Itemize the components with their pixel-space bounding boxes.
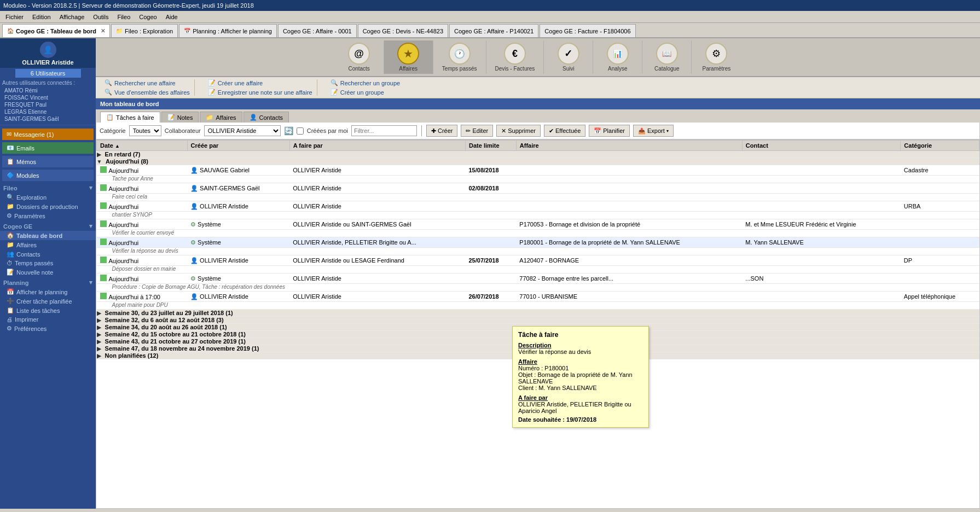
icon-parametres[interactable]: ⚙ Paramètres <box>692 40 741 74</box>
sidebar-item-temps-passes[interactable]: ⏱ Temps passés <box>0 259 96 267</box>
icon-analyse[interactable]: 📊 Analyse <box>593 40 642 74</box>
tab-exploration[interactable]: 📁 Fileo : Exploration <box>111 24 178 37</box>
tab-contacts-inner[interactable]: 👤 Contacts <box>243 112 289 123</box>
icon-contacts[interactable]: @ Contacts <box>335 40 384 74</box>
menu-aide[interactable]: Aide <box>163 13 181 21</box>
s32-expand[interactable]: ▶ <box>97 317 101 323</box>
s42-expand[interactable]: ▶ <box>97 331 101 338</box>
tab-affaire-0001[interactable]: Cogeo GE : Affaire - 0001 <box>278 24 357 37</box>
menu-fichier[interactable]: Fichier <box>2 13 27 21</box>
tab-affaires-inner[interactable]: 📁 Affaires <box>200 112 242 123</box>
collaborateur-select[interactable]: OLLIVIER Aristide <box>204 125 281 136</box>
icon-temps[interactable]: 🕐 Temps passés <box>433 40 486 74</box>
tab-notes[interactable]: 📝 Notes <box>161 112 199 123</box>
tab-affaire-p140021[interactable]: Cogeo GE : Affaire - P140021 <box>449 24 538 37</box>
task-desc-row: Tache pour Anne <box>97 176 979 183</box>
link-creer-groupe[interactable]: 📝 Créer un groupe <box>330 89 400 96</box>
table-row[interactable]: Aujourd'hui 👤 OLLIVIER Aristide OLLIVIER… <box>97 201 979 212</box>
creer-btn[interactable]: ✚ Créer <box>426 125 458 137</box>
categorie-select[interactable]: Toutes <box>129 125 161 136</box>
export-btn[interactable]: 📤 Export ▾ <box>633 125 674 137</box>
link-vue-ensemble[interactable]: 🔍 Vue d'ensemble des affaires <box>105 89 190 96</box>
temps-circle: 🕐 <box>449 43 471 65</box>
col-categorie[interactable]: Catégorie <box>901 141 979 151</box>
status-green-3 <box>100 202 107 209</box>
s47-expand[interactable]: ▶ <box>97 346 101 352</box>
col-contact[interactable]: Contact <box>742 141 901 151</box>
table-row[interactable]: Aujourd'hui 👤 SAINT-GERMES Gaël OLLIVIER… <box>97 183 979 194</box>
emails-btn[interactable]: 📧 Emails <box>2 142 94 154</box>
temps-sym: 🕐 <box>454 49 465 59</box>
col-date[interactable]: Date ▲ <box>97 141 188 151</box>
np-expand[interactable]: ▶ <box>97 353 101 359</box>
link-enregistrer-note[interactable]: 📝 Enregistrer une note sur une affaire <box>208 89 312 96</box>
icon-devis[interactable]: € Devis - Factures <box>486 40 544 74</box>
contacts-circle: @ <box>348 43 370 65</box>
tab-taches[interactable]: 📋 Tâches à faire <box>100 112 160 123</box>
s34-expand[interactable]: ▶ <box>97 324 101 330</box>
table-row[interactable]: Aujourd'hui à 17:00 👤 OLLIVIER Aristide … <box>97 292 979 302</box>
tab-facture-f1804006[interactable]: Cogeo GE : Facture - F1804006 <box>540 24 635 37</box>
sidebar-item-creer-tache[interactable]: ➕ Créer tâche planifiée <box>0 296 96 306</box>
modules-btn[interactable]: 🔷 Modules <box>2 170 94 181</box>
en-retard-expand[interactable]: ▶ <box>97 152 101 158</box>
sidebar-item-tableau-bord[interactable]: 🏠 Tableau de bord <box>0 231 96 240</box>
aujourd-hui-expand[interactable]: ▼ <box>97 159 102 165</box>
s30-expand[interactable]: ▶ <box>97 310 101 316</box>
editer-btn[interactable]: ✏ Editer <box>461 125 493 137</box>
group-aujourd-hui[interactable]: ▼ Aujourd'hui (8) <box>97 158 979 165</box>
tab-tableau-bord[interactable]: 🏠 Cogeo GE : Tableau de bord ✕ <box>2 24 110 37</box>
effectuee-btn[interactable]: ✔ Effectuée <box>544 125 585 137</box>
sidebar-item-imprimer[interactable]: 🖨 Imprimer <box>0 315 96 324</box>
tab-home-icon: 🏠 <box>7 28 14 34</box>
tab-devis-ne44823[interactable]: Cogeo GE : Devis - NE-44823 <box>358 24 448 37</box>
col-creee-par[interactable]: Créée par <box>187 141 289 151</box>
link-rechercher-affaire[interactable]: 🔍 Rechercher une affaire <box>105 79 190 86</box>
s43-expand[interactable]: ▶ <box>97 339 101 345</box>
menu-outils[interactable]: Outils <box>90 13 112 21</box>
table-container[interactable]: Date ▲ Créée par A faire par Date limite… <box>96 139 980 509</box>
sidebar-item-nouvelle-note[interactable]: 📝 Nouvelle note <box>0 267 96 277</box>
col-a-faire-par[interactable]: A faire par <box>289 141 465 151</box>
memos-btn[interactable]: 📋 Mémos <box>2 156 94 167</box>
menu-affichage[interactable]: Affichage <box>56 13 88 21</box>
group-semaine32[interactable]: ▶ Semaine 32, du 6 août au 12 août 2018 … <box>97 317 979 324</box>
icon-suivi[interactable]: ✓ Suivi <box>544 40 593 74</box>
sidebar-item-liste-taches[interactable]: 📋 Liste des tâches <box>0 306 96 315</box>
link-creer-affaire[interactable]: 📝 Créer une affaire <box>208 79 312 86</box>
sidebar-item-contacts[interactable]: 👥 Contacts <box>0 249 96 259</box>
sidebar-item-parametres-fileo[interactable]: ⚙ Paramètres <box>0 211 96 220</box>
table-row[interactable]: Aujourd'hui 👤 OLLIVIER Aristide OLLIVIER… <box>97 255 979 266</box>
filter-input[interactable] <box>351 125 417 136</box>
fileo-section-header[interactable]: Fileo ▾ <box>0 182 96 193</box>
icon-catalogue[interactable]: 📖 Catalogue <box>642 40 692 74</box>
menu-edition[interactable]: Edition <box>29 13 54 21</box>
sidebar-item-afficher-planning[interactable]: 📅 Afficher le planning <box>0 287 96 296</box>
sidebar-item-dossiers[interactable]: 📁 Dossiers de production <box>0 202 96 211</box>
supprimer-btn[interactable]: ✕ Supprimer <box>496 125 541 137</box>
col-affaire[interactable]: Affaire <box>516 141 742 151</box>
sidebar-item-affaires[interactable]: 📁 Affaires <box>0 240 96 249</box>
col-date-limite[interactable]: Date limite <box>466 141 517 151</box>
icon-affaires[interactable]: ★ Affaires <box>384 40 433 74</box>
table-row[interactable]: Aujourd'hui ⚙ Système OLLIVIER Aristide … <box>97 219 979 230</box>
link-rechercher-groupe[interactable]: 🔍 Rechercher un groupe <box>330 79 400 86</box>
table-row[interactable]: Aujourd'hui 👤 SAUVAGE Gabriel OLLIVIER A… <box>97 165 979 176</box>
sidebar-item-exploration[interactable]: 🔍 Exploration <box>0 193 96 202</box>
refresh-icon[interactable]: 🔄 <box>284 126 293 135</box>
menu-fileo[interactable]: Fileo <box>114 13 134 21</box>
user-count-btn[interactable]: 6 Utilisateurs <box>15 69 81 78</box>
sidebar-item-preferences[interactable]: ⚙ Préférences <box>0 324 96 333</box>
crees-par-moi-checkbox[interactable] <box>297 127 304 135</box>
close-icon[interactable]: ✕ <box>101 28 105 34</box>
planning-section-header[interactable]: Planning ▾ <box>0 277 96 287</box>
table-row[interactable]: Aujourd'hui ⚙ Système OLLIVIER Aristide … <box>97 274 979 284</box>
table-row[interactable]: Aujourd'hui ⚙ Système OLLIVIER Aristide,… <box>97 237 979 248</box>
tab-planning[interactable]: 📅 Planning : Afficher le planning <box>179 24 277 37</box>
menu-cogeo[interactable]: Cogeo <box>136 13 160 21</box>
messagerie-btn[interactable]: ✉ Messagerie (1) <box>2 129 94 140</box>
cogeo-section-header[interactable]: Cogeo GE ▾ <box>0 220 96 231</box>
planifier-btn[interactable]: 📅 Planifier <box>589 125 630 137</box>
group-en-retard[interactable]: ▶ En retard (7) <box>97 151 979 158</box>
group-semaine30[interactable]: ▶ Semaine 30, du 23 juillet au 29 juille… <box>97 310 979 317</box>
